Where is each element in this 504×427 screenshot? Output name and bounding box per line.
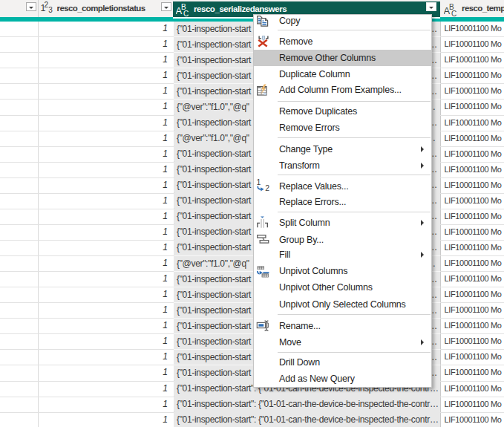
svg-text:1: 1 — [257, 179, 261, 186]
svg-text:2: 2 — [265, 184, 269, 192]
